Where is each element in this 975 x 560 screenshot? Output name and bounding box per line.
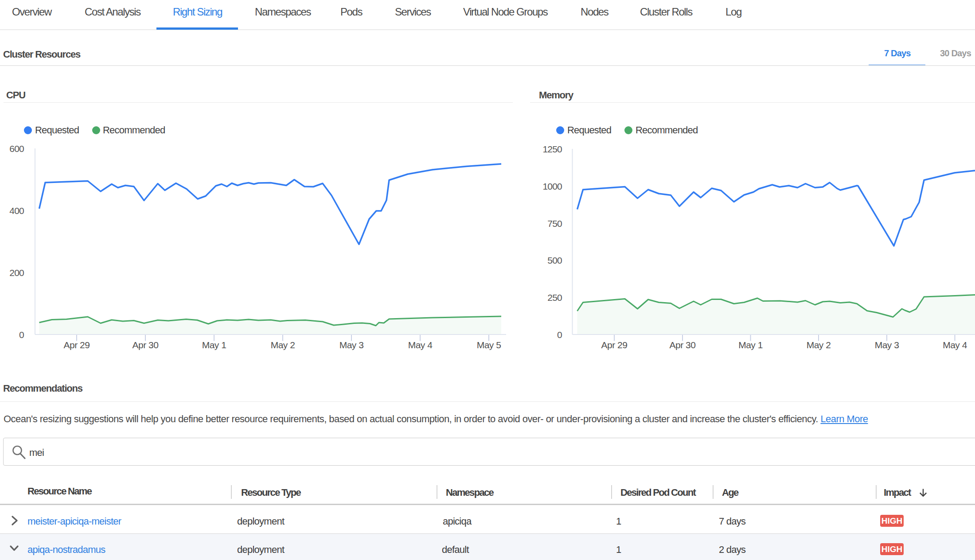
svg-text:500: 500 bbox=[547, 255, 562, 265]
svg-text:400: 400 bbox=[9, 206, 24, 216]
svg-text:250: 250 bbox=[547, 292, 562, 303]
svg-text:May 4: May 4 bbox=[943, 340, 967, 350]
svg-text:May 1: May 1 bbox=[738, 340, 763, 350]
svg-text:May 3: May 3 bbox=[339, 340, 364, 350]
svg-text:May 2: May 2 bbox=[271, 340, 295, 350]
svg-text:Apr 30: Apr 30 bbox=[133, 340, 159, 350]
svg-text:May 5: May 5 bbox=[477, 340, 501, 350]
svg-text:Apr 30: Apr 30 bbox=[670, 340, 696, 350]
svg-text:200: 200 bbox=[9, 268, 24, 278]
svg-text:May 1: May 1 bbox=[202, 340, 226, 350]
svg-text:May 4: May 4 bbox=[408, 340, 433, 350]
svg-text:Apr 29: Apr 29 bbox=[64, 340, 90, 350]
svg-text:Apr 29: Apr 29 bbox=[601, 340, 628, 350]
svg-text:750: 750 bbox=[547, 218, 562, 229]
svg-text:600: 600 bbox=[9, 144, 24, 154]
svg-text:1000: 1000 bbox=[542, 181, 562, 191]
svg-text:May 3: May 3 bbox=[875, 340, 899, 350]
svg-text:May 2: May 2 bbox=[807, 340, 831, 350]
svg-text:1250: 1250 bbox=[542, 144, 562, 154]
svg-text:0: 0 bbox=[557, 330, 562, 340]
svg-text:0: 0 bbox=[19, 330, 24, 340]
